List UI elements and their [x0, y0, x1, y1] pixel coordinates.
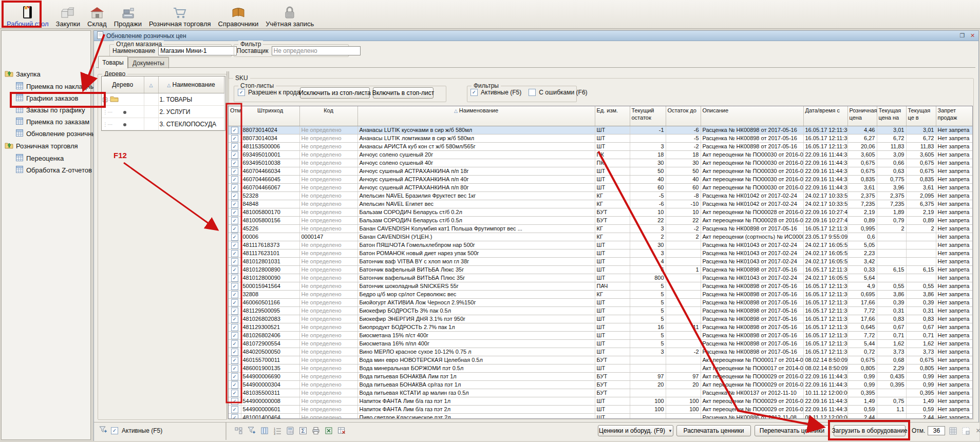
table-row[interactable]: 481005800156Не определеноБальзам СОРОДИЧ… [229, 217, 972, 225]
toolbar-button-purchases[interactable]: Закупки [52, 0, 84, 29]
table-row[interactable]: 481035500311Не определеноВода питьевая К… [229, 389, 972, 397]
table-row[interactable]: 460155700011Не определеноВода мин евро Н… [229, 356, 972, 364]
expand-plus-icon[interactable] [103, 97, 107, 104]
table-row[interactable]: 693495010001Не определеноАнчоус солено с… [229, 151, 972, 159]
toolbar-button-sales[interactable]: Продажи [110, 0, 145, 29]
pricetags-equipment-button[interactable]: Ценники и оборуд. (F9)▼ [598, 425, 673, 436]
sku-col-12[interactable]: Запрет продаж [936, 106, 972, 126]
tree-row-1[interactable]: ⋮····2. УСЛУГИ [102, 106, 224, 118]
load-to-equipment-button[interactable]: Загрузить в оборудование [834, 425, 906, 436]
tree-active-checkbox[interactable] [111, 427, 118, 434]
toolbar-button-retail[interactable]: Розничная торговля [145, 0, 215, 29]
allowed-for-sale-checkbox[interactable] [238, 89, 245, 96]
table-row[interactable]: 84848Не определеноАпельсин NAVEL Египет … [229, 200, 972, 208]
sku-col-9[interactable]: Розничная цена [847, 106, 877, 126]
row-checkbox[interactable] [231, 381, 238, 389]
row-checkbox[interactable] [231, 299, 238, 306]
row-checkbox[interactable] [231, 201, 238, 208]
row-checkbox[interactable] [231, 308, 238, 315]
row-checkbox[interactable] [231, 234, 238, 241]
table-row[interactable]: 481001400464Не определеноПиво светлое Кл… [229, 414, 972, 419]
sidebar-group-0[interactable]: Закупка [5, 70, 41, 79]
close-icon[interactable]: ✕ [969, 32, 976, 40]
errors-filter-checkbox[interactable] [529, 89, 536, 96]
row-checkbox[interactable] [231, 365, 238, 372]
include-in-stoplist-button[interactable]: Включить в стоп-лист [373, 87, 434, 99]
tree-col-sort[interactable]: △ [144, 76, 158, 93]
sku-col-3[interactable]: △ Наименование [357, 106, 595, 126]
sku-col-1[interactable]: Штрихкод [241, 106, 299, 126]
close-panel-icon[interactable]: ✕ [975, 427, 980, 434]
toolbar-button-reference[interactable]: Справочники [215, 0, 262, 29]
table-row[interactable]: 460704466045Не определеноАнчоус сушеный … [229, 176, 972, 184]
row-checkbox[interactable] [231, 283, 238, 290]
sidebar-item-6[interactable]: Обработка Z-отчетов [16, 166, 92, 175]
sku-col-5[interactable]: Текущий остаток [630, 106, 666, 126]
calculator-icon[interactable] [285, 426, 295, 436]
row-checkbox[interactable] [231, 373, 238, 380]
table-row[interactable]: 88073014034Не определеноАнанасы LUTIK ло… [229, 134, 972, 143]
sigma-icon[interactable]: Σ [298, 426, 308, 436]
tree-col-tree[interactable]: Дерево [102, 76, 144, 93]
row-checkbox[interactable] [231, 332, 238, 339]
table-row[interactable]: 500015941564Не определеноБатончик шокола… [229, 282, 972, 291]
tree-row-0[interactable]: ··1. ТОВАРЫ [102, 93, 224, 106]
row-checkbox[interactable] [231, 357, 238, 364]
row-checkbox[interactable] [231, 414, 238, 419]
row-checkbox[interactable] [231, 176, 238, 183]
branch-icon[interactable] [234, 426, 244, 436]
table-row[interactable]: 481012800090Не определеноБатончик вафель… [229, 274, 972, 282]
sku-col-10[interactable]: Текущая цена на [877, 106, 906, 126]
row-checkbox[interactable] [231, 193, 238, 200]
filter-add-icon[interactable] [247, 426, 257, 436]
table-row[interactable]: 460704466067Не определеноАнчоус сушеный … [229, 184, 972, 192]
row-checkbox[interactable] [231, 398, 238, 405]
table-row[interactable]: 481072900554Не определеноБиосметана 16% … [229, 340, 972, 348]
row-checkbox[interactable] [231, 225, 238, 233]
row-checkbox[interactable] [231, 209, 238, 216]
sidebar-item-5[interactable]: Переоценка [16, 154, 64, 163]
table-row[interactable]: 484020500050Не определеноВино МЕРЛО крас… [229, 348, 972, 356]
table-row[interactable]: 000060000147Банан CAVENDISH (УЦЕН.)КГ22А… [229, 233, 972, 241]
toolbar-button-warehouse[interactable]: Склад [84, 0, 110, 29]
store-name-input[interactable] [158, 46, 237, 55]
sku-col-6[interactable]: Остаток до [666, 106, 701, 126]
row-checkbox[interactable] [231, 242, 238, 249]
row-checkbox[interactable] [231, 324, 238, 331]
row-checkbox[interactable] [231, 275, 238, 282]
row-checkbox[interactable] [231, 160, 238, 167]
sidebar-item-2[interactable]: Заказы по графику [16, 106, 85, 114]
sidebar-item-1[interactable]: Графики заказов [16, 94, 79, 103]
sku-col-8[interactable]: Дата/время с [803, 106, 847, 126]
sidebar-item-3[interactable]: Приемка по заказам [16, 118, 89, 126]
row-checkbox[interactable] [231, 250, 238, 257]
row-checkbox[interactable] [231, 168, 238, 175]
tab-documents[interactable]: Документы [128, 57, 169, 68]
table-row[interactable]: 481026802083Не определеноБиокефир ЭНЕРГИ… [229, 315, 972, 323]
panel-view-icon[interactable] [960, 426, 971, 436]
table-row[interactable]: 32808Не определеноБедро ц/б мор ср/лот С… [229, 291, 972, 299]
table-row[interactable]: 481012801031Не определеноБатончик ваф VI… [229, 258, 972, 266]
table-row[interactable]: 544900000304Не определеноВода питьевая Б… [229, 381, 972, 389]
marked-count-input[interactable] [928, 426, 945, 435]
reprint-pricetags-button[interactable]: Перепечатать ценники [755, 425, 830, 436]
row-checkbox[interactable] [231, 143, 238, 150]
table-row[interactable]: 481005800170Не определеноБальзам СОРОДИЧ… [229, 208, 972, 217]
sku-col-0[interactable]: Отм [229, 106, 241, 126]
active-filter-checkbox[interactable] [470, 89, 478, 96]
table-row[interactable]: 481117618373Не определеноБатон ПЯШЧОТА Г… [229, 241, 972, 249]
row-checkbox[interactable] [231, 151, 238, 159]
sku-col-4[interactable]: Ед. изм. [595, 106, 630, 126]
table-row[interactable]: 486001900135Не определеноВода минеральна… [229, 364, 972, 373]
sidebar-item-0[interactable]: Приемка по накладным [16, 82, 100, 91]
table-row[interactable]: 481117623101Не определеноБатон РОМАНОК н… [229, 249, 972, 258]
supplier-input[interactable] [272, 46, 361, 55]
row-checkbox[interactable] [231, 406, 238, 413]
table-row[interactable]: 544900000008Не определеноНапиток ФАНТА Л… [229, 397, 972, 406]
tab-goods[interactable]: Товары [98, 56, 128, 68]
toolbar-button-account[interactable]: Учётная запись [262, 0, 317, 29]
table-row[interactable]: 45226Не определеноБанан CAVENDISH Колумб… [229, 225, 972, 233]
sku-col-2[interactable]: Код [299, 106, 357, 126]
row-checkbox[interactable] [231, 135, 238, 142]
row-checkbox[interactable] [231, 184, 238, 191]
